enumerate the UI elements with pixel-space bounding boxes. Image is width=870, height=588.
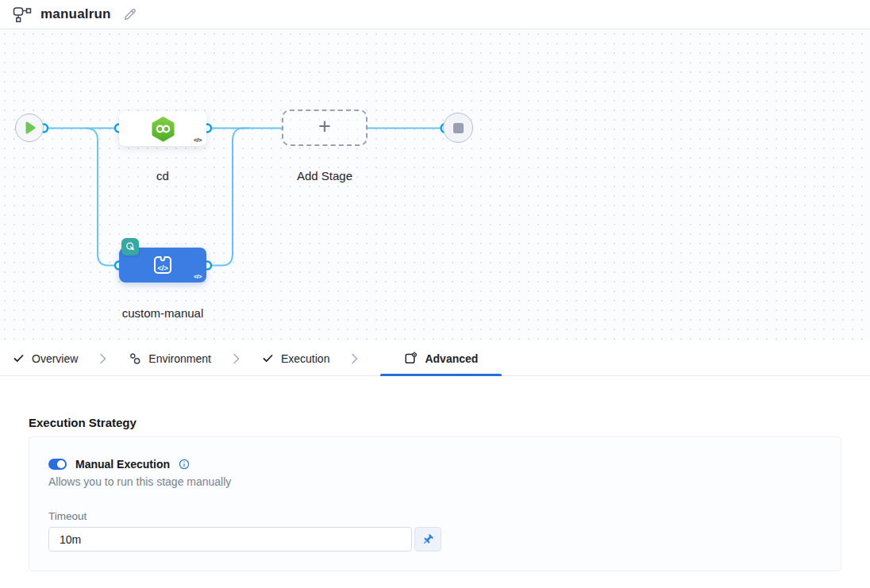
stage-config-tabbar: Overview Environment Execution (0, 341, 870, 376)
manual-execution-label: Manual Execution (75, 458, 170, 471)
chevron-right-icon (99, 352, 107, 365)
play-icon (25, 121, 36, 134)
tab-execution[interactable]: Execution (262, 341, 329, 375)
manual-execution-description: Allows you to run this stage manually (48, 475, 822, 488)
advanced-settings-icon (404, 352, 418, 365)
environment-icon (129, 352, 141, 365)
info-icon[interactable] (179, 459, 190, 470)
edge-custom-to-addstage (209, 129, 249, 266)
check-icon (13, 352, 25, 364)
pin-button[interactable] (414, 527, 441, 551)
add-stage-label: Add Stage (277, 169, 372, 183)
advanced-panel: Execution Strategy Manual Execution Allo… (0, 416, 870, 588)
pipeline-studio: manualrun (0, 0, 870, 588)
execution-strategy-card: Manual Execution Allows you to run this … (29, 436, 841, 571)
tab-label: Advanced (425, 352, 478, 365)
code-glyph: </> (194, 136, 202, 144)
end-node[interactable] (443, 113, 473, 143)
plus-icon: + (318, 116, 331, 137)
tab-label: Overview (32, 352, 78, 365)
add-stage-button[interactable]: + (282, 110, 368, 146)
chevron-right-icon (233, 352, 241, 365)
stop-icon (453, 123, 464, 133)
edit-pencil-icon[interactable] (122, 7, 137, 22)
page-title: manualrun (40, 6, 111, 22)
tab-label: Execution (281, 352, 329, 365)
timeout-input[interactable] (48, 527, 412, 551)
custom-stage-icon: </> (150, 252, 175, 278)
pipeline-icon (13, 6, 32, 23)
header: manualrun (0, 0, 870, 29)
active-tab-underline (380, 374, 502, 376)
tab-overview[interactable]: Overview (13, 341, 78, 375)
code-glyph: </> (194, 273, 202, 280)
chevron-right-icon (351, 352, 359, 365)
cd-hexagon-icon (151, 116, 175, 142)
stage-label-cd: cd (119, 169, 206, 183)
manual-click-icon (121, 238, 139, 256)
start-node[interactable] (15, 113, 44, 142)
edge-start-to-custom (86, 129, 117, 266)
check-icon (262, 352, 274, 364)
section-heading: Execution Strategy (29, 416, 870, 429)
stage-node-cd[interactable]: </> (119, 111, 206, 146)
tab-label: Environment (148, 352, 211, 365)
svg-text:</>: </> (157, 263, 168, 272)
stage-label-custom-manual: custom-manual (111, 306, 214, 320)
manual-execution-toggle[interactable] (48, 459, 67, 470)
pipeline-canvas[interactable]: </> cd + Add Stage </> (0, 29, 870, 341)
tab-advanced[interactable]: Advanced (380, 341, 502, 375)
toggle-knob (57, 460, 65, 468)
timeout-label: Timeout (48, 510, 822, 522)
pin-icon (422, 533, 434, 546)
tab-environment[interactable]: Environment (129, 341, 211, 375)
stage-node-custom-manual[interactable]: </> </> (119, 248, 206, 282)
